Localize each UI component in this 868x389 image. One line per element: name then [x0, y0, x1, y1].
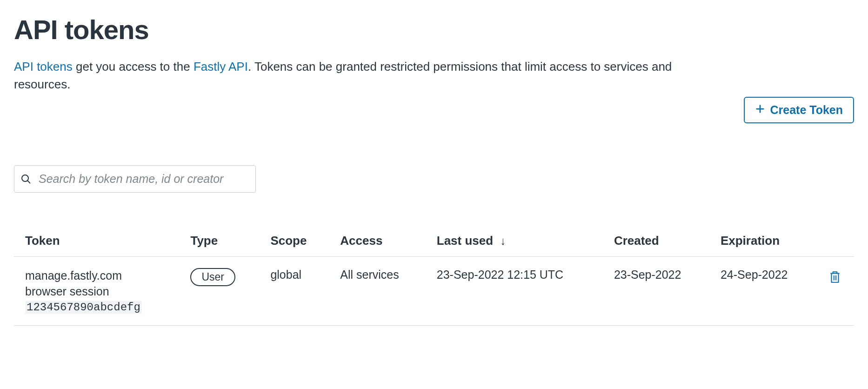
col-type[interactable]: Type [179, 225, 259, 257]
last-used-cell: 23-Sep-2022 12:15 UTC [426, 257, 603, 326]
api-tokens-link[interactable]: API tokens [14, 60, 73, 74]
access-cell: All services [329, 257, 425, 326]
col-last-used[interactable]: Last used ↓ [426, 225, 603, 257]
svg-point-2 [22, 175, 28, 181]
scope-cell: global [259, 257, 329, 326]
search-container [14, 165, 256, 193]
col-last-used-label: Last used [437, 234, 493, 248]
col-expiration[interactable]: Expiration [709, 225, 816, 257]
create-token-button[interactable]: Create Token [744, 97, 854, 123]
trash-icon [829, 278, 841, 285]
created-cell: 23-Sep-2022 [603, 257, 709, 326]
col-token[interactable]: Token [14, 225, 179, 257]
search-icon [20, 174, 32, 185]
fastly-api-link[interactable]: Fastly API [194, 60, 248, 74]
col-actions [816, 225, 854, 257]
col-access[interactable]: Access [329, 225, 425, 257]
create-token-label: Create Token [770, 103, 843, 117]
token-name-line1: manage.fastly.com [25, 269, 122, 282]
sort-down-icon: ↓ [500, 235, 506, 247]
svg-line-3 [27, 181, 30, 183]
plus-icon [755, 103, 765, 117]
search-input[interactable] [14, 165, 256, 193]
col-scope[interactable]: Scope [259, 225, 329, 257]
type-pill: User [190, 268, 235, 286]
expiration-cell: 24-Sep-2022 [709, 257, 816, 326]
page-description: API tokens get you access to the Fastly … [14, 58, 712, 93]
page-title: API tokens [14, 14, 854, 45]
tokens-table: Token Type Scope Access Last used ↓ Crea… [14, 225, 854, 326]
desc-text-1: get you access to the [73, 60, 194, 74]
delete-token-button[interactable] [827, 268, 843, 287]
token-name: manage.fastly.com browser session [25, 268, 168, 300]
col-created[interactable]: Created [603, 225, 709, 257]
table-row: manage.fastly.com browser session 123456… [14, 257, 854, 326]
token-name-line2: browser session [25, 285, 109, 298]
token-id: 1234567890abcdefg [25, 301, 142, 314]
